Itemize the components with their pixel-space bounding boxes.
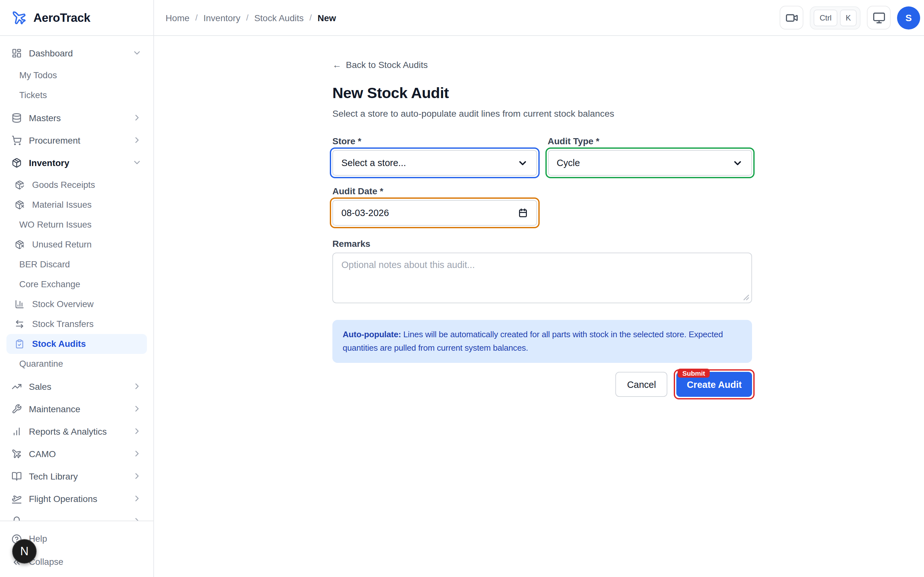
sidebar-item-label: Flight Operations [29, 493, 97, 504]
command-palette-shortcut[interactable]: Ctrl K [810, 6, 861, 29]
audit-date-input[interactable]: 08-03-2026 [333, 200, 537, 226]
resize-handle[interactable] [743, 294, 750, 301]
remarks-placeholder: Optional notes about this audit... [341, 259, 475, 270]
audit-type-label: Audit Type * [548, 136, 752, 146]
chevron-right-icon [132, 516, 142, 521]
sidebar-item-stock-overview[interactable]: Stock Overview [6, 294, 147, 314]
back-arrow-icon: ← [333, 60, 341, 70]
sidebar-item-label: Stock Overview [32, 300, 94, 309]
audit-date-label: Audit Date * [333, 186, 537, 196]
sidebar-item-core-exchange[interactable]: Core Exchange [6, 274, 147, 294]
submit-annotation-badge: Submit [678, 369, 710, 378]
breadcrumb-current: New [318, 13, 336, 23]
chevron-right-icon [132, 404, 142, 414]
remarks-label: Remarks [333, 239, 752, 249]
chevron-right-icon [132, 449, 142, 458]
wrench-icon [11, 404, 22, 414]
store-select[interactable]: Select a store... [333, 150, 537, 176]
sidebar-item-label: Stock Audits [32, 339, 86, 349]
chevron-right-icon [132, 426, 142, 436]
screen-record-button[interactable] [780, 6, 804, 29]
sidebar-item-tech-library[interactable]: Tech Library [6, 465, 147, 487]
sidebar-item-material-issues[interactable]: Material Issues [6, 195, 147, 215]
chevron-right-icon [132, 382, 142, 391]
package-check-icon [15, 180, 24, 190]
info-bold: Auto-populate: [342, 330, 401, 339]
sidebar-item-stock-audits[interactable]: Stock Audits [6, 334, 147, 354]
chevron-down-icon [517, 157, 528, 168]
audit-type-select[interactable]: Cycle [548, 150, 752, 176]
chevron-right-icon [132, 113, 142, 122]
sidebar-item-tickets[interactable]: Tickets [6, 85, 147, 105]
sidebar-item-label: Quarantine [19, 359, 63, 369]
sidebar-item-label: Dashboard [29, 48, 73, 58]
sidebar-item-unused-return[interactable]: Unused Return [6, 235, 147, 255]
sidebar-item-label: Goods Receipts [32, 180, 95, 190]
plane-icon [11, 448, 22, 459]
chevron-down-icon [132, 158, 142, 167]
monitor-icon [872, 11, 885, 24]
bell-icon [11, 516, 22, 521]
sidebar-item-label: Maintenance [29, 404, 80, 414]
package-x-icon [15, 200, 24, 210]
sidebar-item-camo[interactable]: CAMO [6, 442, 147, 465]
sidebar-item-masters[interactable]: Masters [6, 106, 147, 129]
chevron-right-icon [132, 494, 142, 503]
cart-icon [11, 135, 22, 145]
sidebar-item-label: Inventory [29, 157, 69, 168]
sidebar-item-reports-analytics[interactable]: Reports & Analytics [6, 420, 147, 442]
package-icon [11, 157, 22, 168]
sidebar-item-label: Sales [29, 381, 51, 392]
sidebar-item-procurement[interactable]: Procurement [6, 129, 147, 151]
cancel-button[interactable]: Cancel [615, 372, 667, 397]
sidebar-item-dashboard[interactable]: Dashboard [6, 42, 147, 64]
brand-name: AeroTrack [33, 11, 90, 25]
sidebar-item-my-todos[interactable]: My Todos [6, 65, 147, 85]
sidebar-item-label: Stock Transfers [32, 319, 94, 329]
package-x-icon [15, 240, 24, 250]
sidebar-item-label: Procurement [29, 135, 80, 145]
chart-column-icon [15, 300, 24, 309]
user-avatar[interactable]: S [897, 6, 920, 29]
breadcrumb-inventory[interactable]: Inventory [204, 13, 240, 23]
sidebar-item-label: Core Exchange [19, 279, 80, 289]
main-content: ← Back to Stock Audits New Stock Audit S… [154, 36, 924, 577]
display-button[interactable] [867, 6, 891, 29]
sidebar-item-notifications[interactable] [6, 510, 147, 521]
plane-logo-icon [11, 10, 27, 25]
store-annotation-ring: Select a store... [330, 147, 540, 178]
store-field: Store * Select a store... [333, 136, 537, 176]
sidebar-item-label: My Todos [19, 71, 57, 80]
remarks-field: Remarks Optional notes about this audit.… [333, 239, 752, 303]
top-header: Home / Inventory / Stock Audits / New Ct… [154, 0, 924, 36]
sidebar-item-label: CAMO [29, 448, 56, 459]
sidebar-item-goods-receipts[interactable]: Goods Receipts [6, 175, 147, 195]
sidebar-item-label: Tickets [19, 90, 47, 100]
sidebar-item-label: Material Issues [32, 200, 92, 210]
sidebar-item-stock-transfers[interactable]: Stock Transfers [6, 314, 147, 334]
breadcrumb-stock-audits[interactable]: Stock Audits [254, 13, 304, 23]
breadcrumb-home[interactable]: Home [166, 13, 190, 23]
sidebar-item-quarantine[interactable]: Quarantine [6, 354, 147, 374]
sidebar-item-wo-return-issues[interactable]: WO Return Issues [6, 215, 147, 235]
sidebar-item-ber-discard[interactable]: BER Discard [6, 255, 147, 274]
back-link[interactable]: ← Back to Stock Audits [333, 60, 752, 70]
remarks-textarea[interactable]: Optional notes about this audit... [333, 253, 752, 303]
kbd-ctrl: Ctrl [814, 9, 837, 26]
logo: AeroTrack [0, 0, 153, 36]
page-title: New Stock Audit [333, 85, 752, 102]
chevron-right-icon [132, 135, 142, 145]
chevron-down-icon [732, 157, 743, 168]
sidebar-item-maintenance[interactable]: Maintenance [6, 398, 147, 420]
submit-annotation-ring: Submit Create Audit [674, 369, 754, 400]
sidebar-item-inventory[interactable]: Inventory [6, 151, 147, 174]
audit-type-annotation-ring: Cycle [545, 147, 754, 178]
nextjs-dev-badge[interactable]: N [12, 539, 37, 564]
page-subtitle: Select a store to auto-populate audit li… [333, 108, 752, 119]
sidebar-item-flight-operations[interactable]: Flight Operations [6, 487, 147, 510]
auto-populate-info: Auto-populate: Lines will be automatical… [333, 320, 752, 363]
sidebar-item-sales[interactable]: Sales [6, 375, 147, 398]
calendar-icon[interactable] [517, 208, 528, 218]
sidebar-item-label: Masters [29, 113, 61, 123]
audit-type-field: Audit Type * Cycle [548, 136, 752, 176]
